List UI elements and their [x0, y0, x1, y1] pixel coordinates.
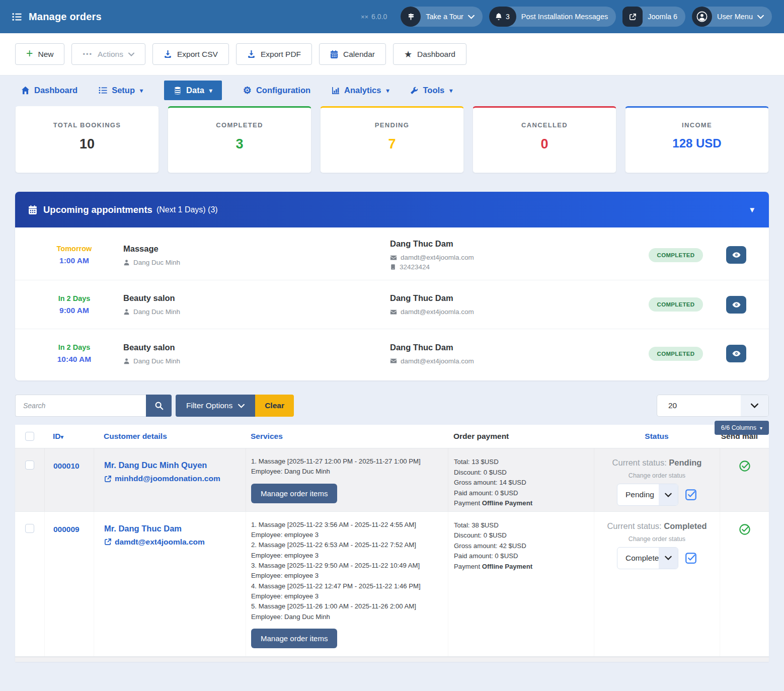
gear-icon: ⚙	[243, 86, 252, 95]
service-employee: Employee: Dang Duc Minh	[251, 612, 436, 622]
customer-email-link[interactable]: damdt@ext4joomla.com	[104, 538, 236, 547]
apply-status-button[interactable]	[685, 489, 697, 501]
row-checkbox[interactable]	[25, 460, 34, 470]
service-employee: Employee: employee 3	[251, 591, 436, 601]
nav-dashboard[interactable]: Dashboard	[21, 86, 77, 95]
post-installation-messages-button[interactable]: 3 Post Installation Messages	[489, 7, 616, 27]
columns-toggle-button[interactable]: 6/6 Columns ▾	[715, 421, 769, 435]
page-size-select[interactable]: 20	[657, 395, 769, 417]
payment-paid: Paid amount: 0 $USD	[454, 488, 589, 499]
customer-name-link[interactable]: Mr. Dang Thuc Dam	[104, 523, 236, 534]
ellipsis-icon: •••	[83, 50, 93, 58]
column-header-id[interactable]: ID▾	[44, 432, 94, 441]
manage-order-items-button[interactable]: Manage order items	[251, 484, 337, 503]
list-icon	[99, 86, 107, 95]
column-header-services[interactable]: Services	[246, 432, 448, 441]
service-employee: Employee: employee 3	[251, 571, 436, 581]
actions-button[interactable]: ••• Actions	[71, 43, 145, 65]
service-employee: Employee: employee 3	[251, 551, 436, 561]
appointment-time: 9:00 AM	[25, 306, 123, 315]
nav-configuration[interactable]: ⚙ Configuration	[243, 86, 310, 95]
chevron-down-icon	[757, 15, 764, 19]
dashboard-button[interactable]: ★ Dashboard	[393, 43, 466, 65]
chevron-down-icon	[659, 548, 678, 569]
joomla-logo-icon: ××	[361, 13, 368, 21]
nav-analytics[interactable]: Analytics ▾	[332, 86, 389, 95]
appointment-when: Tomorrow	[25, 245, 123, 253]
appointment-customer: Dang Thuc Dam	[390, 293, 638, 303]
check-circle-icon	[739, 460, 751, 472]
service-line: 1. Massage [2025-11-27 12:00 PM - 2025-1…	[251, 456, 436, 467]
panel-header[interactable]: Upcoming appointments (Next 1 Days) (3) …	[15, 192, 769, 227]
chevron-down-icon	[128, 52, 134, 56]
joomla6-link[interactable]: Joomla 6	[622, 7, 685, 27]
status-badge: COMPLETED	[649, 297, 703, 312]
stat-value: 3	[168, 136, 311, 152]
row-checkbox[interactable]	[25, 524, 34, 533]
apply-status-button[interactable]	[685, 552, 697, 564]
user-menu-button[interactable]: User Menu	[692, 7, 772, 27]
service-employee: Employee: employee 3	[251, 530, 436, 540]
column-header-status[interactable]: Status	[594, 432, 720, 441]
stat-value: 10	[16, 136, 159, 152]
appointment-employee: Dang Duc Minh	[123, 357, 390, 365]
search-input[interactable]	[15, 395, 146, 417]
appointment-customer: Dang Thuc Dam	[390, 343, 638, 352]
nav-setup[interactable]: Setup ▾	[99, 86, 143, 95]
appointment-when: In 2 Days	[25, 294, 123, 302]
database-icon	[174, 87, 182, 95]
status-select[interactable]: Completed	[617, 547, 678, 569]
take-a-tour-button[interactable]: Take a Tour	[401, 7, 483, 27]
home-icon	[21, 86, 30, 95]
appointment-employee: Dang Duc Minh	[123, 259, 390, 266]
collapse-triangle-icon[interactable]: ▼	[748, 205, 756, 214]
calendar-button[interactable]: Calendar	[319, 43, 386, 65]
search-button[interactable]	[146, 395, 172, 417]
table-row: 000010 Mr. Dang Duc Minh Quyen minhdd@jo…	[15, 448, 769, 512]
send-mail-button[interactable]	[720, 512, 769, 656]
stat-value: 128 USD	[625, 136, 768, 150]
nav-data[interactable]: Data ▾	[164, 81, 222, 100]
view-appointment-button[interactable]	[726, 345, 746, 362]
view-appointment-button[interactable]	[726, 246, 746, 264]
service-line: 5. Massage [2025-11-26 1:00 AM - 2025-11…	[251, 601, 436, 611]
order-id-link[interactable]: 000010	[44, 448, 94, 511]
chevron-down-icon	[468, 15, 475, 19]
top-bar: Manage orders ×× 6.0.0 Take a Tour 3 Pos…	[0, 0, 784, 33]
order-id-link[interactable]: 000009	[44, 512, 94, 656]
appointment-row: In 2 Days 10:40 AM Beauty salon Dang Duc…	[15, 329, 769, 378]
export-csv-button[interactable]: Export CSV	[152, 43, 229, 65]
service-line: 4. Massage [2025-11-22 12:47 PM - 2025-1…	[251, 581, 436, 591]
wrench-icon	[410, 87, 418, 95]
export-pdf-button[interactable]: Export PDF	[236, 43, 312, 65]
customer-name-link[interactable]: Mr. Dang Duc Minh Quyen	[104, 459, 236, 471]
stat-value: 0	[473, 136, 616, 152]
filter-options-button[interactable]: Filter Options	[176, 395, 255, 417]
appointment-phone: 32423424	[390, 263, 638, 271]
appointment-when: In 2 Days	[25, 343, 123, 351]
stat-card-total-bookings: TOTAL BOOKINGS 10	[15, 106, 159, 173]
status-badge: COMPLETED	[649, 248, 703, 262]
new-button[interactable]: + New	[15, 43, 64, 65]
nav-tools[interactable]: Tools ▾	[410, 86, 452, 95]
filter-row: Filter Options Clear 20 6/6 Columns ▾	[15, 395, 769, 417]
customer-email-link[interactable]: minhdd@joomdonation.com	[104, 474, 236, 483]
manage-order-items-button[interactable]: Manage order items	[251, 629, 337, 648]
send-mail-button[interactable]	[720, 448, 769, 511]
view-appointment-button[interactable]	[726, 296, 746, 314]
status-select[interactable]: Pending	[617, 484, 678, 506]
appointment-row: In 2 Days 9:00 AM Beauty salon Dang Duc …	[15, 280, 769, 329]
stat-cards: TOTAL BOOKINGS 10 COMPLETED 3 PENDING 7 …	[0, 102, 784, 173]
select-all-checkbox[interactable]	[25, 432, 34, 441]
check-square-icon	[685, 552, 697, 564]
stat-card-completed: COMPLETED 3	[168, 106, 311, 173]
payment-discount: Discount: 0 $USD	[454, 530, 589, 541]
clear-button[interactable]: Clear	[255, 395, 294, 417]
caret-down-icon: ▾	[140, 87, 143, 94]
check-circle-icon	[739, 523, 751, 535]
appointment-email: damdt@ext4joomla.com	[390, 357, 638, 365]
component-nav: Dashboard Setup ▾ Data ▾ ⚙ Configuration…	[0, 75, 784, 102]
payment-total: Total: 13 $USD	[454, 457, 589, 468]
column-header-customer[interactable]: Customer details	[94, 432, 246, 441]
service-line: 3. Massage [2025-11-22 9:50 AM - 2025-11…	[251, 561, 436, 571]
